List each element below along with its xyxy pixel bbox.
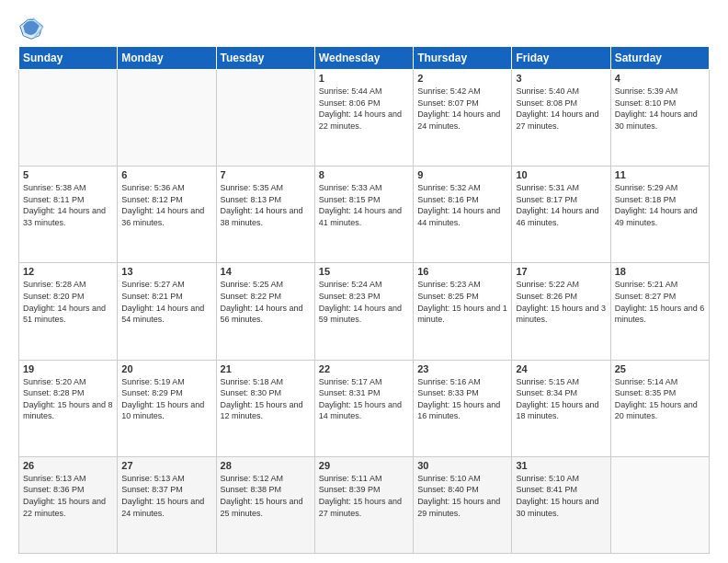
calendar-cell: 27Sunrise: 5:13 AMSunset: 8:37 PMDayligh… xyxy=(118,456,216,553)
day-number: 6 xyxy=(121,169,211,180)
calendar-cell: 1Sunrise: 5:44 AMSunset: 8:06 PMDaylight… xyxy=(314,70,413,167)
calendar-header-saturday: Saturday xyxy=(610,47,709,70)
day-number: 23 xyxy=(417,363,507,374)
day-info: Sunrise: 5:13 AMSunset: 8:37 PMDaylight:… xyxy=(121,473,211,519)
calendar-cell: 26Sunrise: 5:13 AMSunset: 8:36 PMDayligh… xyxy=(19,456,118,553)
calendar-cell: 19Sunrise: 5:20 AMSunset: 8:28 PMDayligh… xyxy=(19,360,118,456)
day-info: Sunrise: 5:20 AMSunset: 8:28 PMDaylight:… xyxy=(23,376,113,422)
day-info: Sunrise: 5:21 AMSunset: 8:27 PMDaylight:… xyxy=(615,279,705,325)
day-number: 21 xyxy=(221,363,311,374)
day-info: Sunrise: 5:16 AMSunset: 8:33 PMDaylight:… xyxy=(417,376,507,422)
day-info: Sunrise: 5:10 AMSunset: 8:40 PMDaylight:… xyxy=(417,473,507,519)
day-number: 2 xyxy=(417,73,507,84)
day-info: Sunrise: 5:29 AMSunset: 8:18 PMDaylight:… xyxy=(615,182,705,228)
day-number: 11 xyxy=(615,169,705,180)
day-info: Sunrise: 5:35 AMSunset: 8:13 PMDaylight:… xyxy=(221,182,311,228)
calendar-cell xyxy=(216,70,314,167)
calendar-week-row: 12Sunrise: 5:28 AMSunset: 8:20 PMDayligh… xyxy=(19,263,710,360)
calendar-header-thursday: Thursday xyxy=(414,47,512,70)
calendar-header-row: SundayMondayTuesdayWednesdayThursdayFrid… xyxy=(19,47,710,70)
day-info: Sunrise: 5:36 AMSunset: 8:12 PMDaylight:… xyxy=(121,182,211,228)
calendar-cell: 24Sunrise: 5:15 AMSunset: 8:34 PMDayligh… xyxy=(512,360,610,456)
day-info: Sunrise: 5:31 AMSunset: 8:17 PMDaylight:… xyxy=(516,182,606,228)
calendar-cell: 12Sunrise: 5:28 AMSunset: 8:20 PMDayligh… xyxy=(19,263,118,360)
day-number: 29 xyxy=(319,460,409,471)
day-number: 27 xyxy=(121,460,211,471)
calendar-cell: 22Sunrise: 5:17 AMSunset: 8:31 PMDayligh… xyxy=(314,360,413,456)
day-info: Sunrise: 5:10 AMSunset: 8:41 PMDaylight:… xyxy=(516,473,606,519)
calendar-week-row: 19Sunrise: 5:20 AMSunset: 8:28 PMDayligh… xyxy=(19,360,710,456)
calendar-cell: 10Sunrise: 5:31 AMSunset: 8:17 PMDayligh… xyxy=(512,167,610,263)
calendar-header-tuesday: Tuesday xyxy=(216,47,314,70)
calendar-cell: 20Sunrise: 5:19 AMSunset: 8:29 PMDayligh… xyxy=(118,360,216,456)
day-info: Sunrise: 5:42 AMSunset: 8:07 PMDaylight:… xyxy=(417,86,507,132)
day-number: 8 xyxy=(319,169,409,180)
calendar-cell: 28Sunrise: 5:12 AMSunset: 8:38 PMDayligh… xyxy=(216,456,314,553)
day-number: 28 xyxy=(221,460,311,471)
calendar-cell: 9Sunrise: 5:32 AMSunset: 8:16 PMDaylight… xyxy=(414,167,512,263)
day-info: Sunrise: 5:25 AMSunset: 8:22 PMDaylight:… xyxy=(221,279,311,325)
calendar-cell xyxy=(610,456,709,553)
calendar-cell: 30Sunrise: 5:10 AMSunset: 8:40 PMDayligh… xyxy=(414,456,512,553)
day-info: Sunrise: 5:44 AMSunset: 8:06 PMDaylight:… xyxy=(319,86,409,132)
day-info: Sunrise: 5:28 AMSunset: 8:20 PMDaylight:… xyxy=(23,279,113,325)
day-info: Sunrise: 5:19 AMSunset: 8:29 PMDaylight:… xyxy=(121,376,211,422)
day-number: 19 xyxy=(23,363,113,374)
header xyxy=(18,15,710,40)
day-number: 22 xyxy=(319,363,409,374)
day-info: Sunrise: 5:38 AMSunset: 8:11 PMDaylight:… xyxy=(23,182,113,228)
calendar-cell: 16Sunrise: 5:23 AMSunset: 8:25 PMDayligh… xyxy=(414,263,512,360)
calendar-cell: 8Sunrise: 5:33 AMSunset: 8:15 PMDaylight… xyxy=(314,167,413,263)
day-number: 20 xyxy=(121,363,211,374)
day-info: Sunrise: 5:27 AMSunset: 8:21 PMDaylight:… xyxy=(121,279,211,325)
calendar-page: SundayMondayTuesdayWednesdayThursdayFrid… xyxy=(0,0,728,563)
day-info: Sunrise: 5:23 AMSunset: 8:25 PMDaylight:… xyxy=(417,279,507,325)
day-info: Sunrise: 5:17 AMSunset: 8:31 PMDaylight:… xyxy=(319,376,409,422)
calendar-cell: 4Sunrise: 5:39 AMSunset: 8:10 PMDaylight… xyxy=(610,70,709,167)
day-number: 9 xyxy=(417,169,507,180)
day-number: 16 xyxy=(417,266,507,277)
calendar-cell: 11Sunrise: 5:29 AMSunset: 8:18 PMDayligh… xyxy=(610,167,709,263)
day-info: Sunrise: 5:12 AMSunset: 8:38 PMDaylight:… xyxy=(221,473,311,519)
calendar-cell: 3Sunrise: 5:40 AMSunset: 8:08 PMDaylight… xyxy=(512,70,610,167)
calendar-header-friday: Friday xyxy=(512,47,610,70)
day-info: Sunrise: 5:24 AMSunset: 8:23 PMDaylight:… xyxy=(319,279,409,325)
logo-icon xyxy=(18,15,44,40)
logo xyxy=(18,15,48,40)
day-number: 31 xyxy=(516,460,606,471)
calendar-cell: 17Sunrise: 5:22 AMSunset: 8:26 PMDayligh… xyxy=(512,263,610,360)
day-info: Sunrise: 5:15 AMSunset: 8:34 PMDaylight:… xyxy=(516,376,606,422)
day-number: 15 xyxy=(319,266,409,277)
day-number: 7 xyxy=(221,169,311,180)
calendar-cell: 7Sunrise: 5:35 AMSunset: 8:13 PMDaylight… xyxy=(216,167,314,263)
day-number: 13 xyxy=(121,266,211,277)
calendar-cell: 21Sunrise: 5:18 AMSunset: 8:30 PMDayligh… xyxy=(216,360,314,456)
calendar-header-wednesday: Wednesday xyxy=(314,47,413,70)
day-info: Sunrise: 5:40 AMSunset: 8:08 PMDaylight:… xyxy=(516,86,606,132)
day-number: 3 xyxy=(516,73,606,84)
calendar-cell: 31Sunrise: 5:10 AMSunset: 8:41 PMDayligh… xyxy=(512,456,610,553)
day-number: 5 xyxy=(23,169,113,180)
day-number: 17 xyxy=(516,266,606,277)
day-number: 1 xyxy=(319,73,409,84)
calendar-cell xyxy=(118,70,216,167)
day-info: Sunrise: 5:33 AMSunset: 8:15 PMDaylight:… xyxy=(319,182,409,228)
day-number: 26 xyxy=(23,460,113,471)
day-info: Sunrise: 5:39 AMSunset: 8:10 PMDaylight:… xyxy=(615,86,705,132)
calendar-header-monday: Monday xyxy=(118,47,216,70)
calendar-cell: 14Sunrise: 5:25 AMSunset: 8:22 PMDayligh… xyxy=(216,263,314,360)
day-number: 30 xyxy=(417,460,507,471)
day-info: Sunrise: 5:11 AMSunset: 8:39 PMDaylight:… xyxy=(319,473,409,519)
day-info: Sunrise: 5:32 AMSunset: 8:16 PMDaylight:… xyxy=(417,182,507,228)
calendar-cell: 5Sunrise: 5:38 AMSunset: 8:11 PMDaylight… xyxy=(19,167,118,263)
day-number: 18 xyxy=(615,266,705,277)
day-number: 12 xyxy=(23,266,113,277)
day-info: Sunrise: 5:13 AMSunset: 8:36 PMDaylight:… xyxy=(23,473,113,519)
calendar-cell: 18Sunrise: 5:21 AMSunset: 8:27 PMDayligh… xyxy=(610,263,709,360)
day-info: Sunrise: 5:14 AMSunset: 8:35 PMDaylight:… xyxy=(615,376,705,422)
day-number: 4 xyxy=(615,73,705,84)
calendar-cell: 6Sunrise: 5:36 AMSunset: 8:12 PMDaylight… xyxy=(118,167,216,263)
calendar-cell xyxy=(19,70,118,167)
calendar-week-row: 26Sunrise: 5:13 AMSunset: 8:36 PMDayligh… xyxy=(19,456,710,553)
day-info: Sunrise: 5:18 AMSunset: 8:30 PMDaylight:… xyxy=(221,376,311,422)
